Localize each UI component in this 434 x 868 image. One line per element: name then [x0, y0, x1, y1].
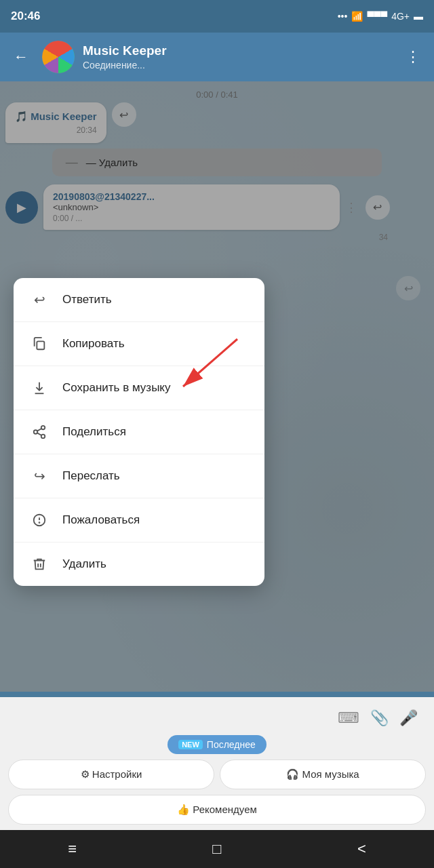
copy-icon [30, 334, 49, 353]
delete-menu-label: Удалить [62, 557, 106, 571]
bottom-bar: ⌨ 📎 🎤 NEW Последнее ⚙ Настройки 🎧 Моя му… [0, 697, 434, 830]
share-label: Поделиться [62, 425, 126, 439]
nav-bar: ≡ □ < [0, 830, 434, 868]
forward-icon: ↪ [30, 467, 49, 486]
chat-header: ← Music Keeper Соединение... ⋮ [0, 33, 434, 81]
status-time: 20:46 [11, 9, 40, 23]
forward-label: Переслать [62, 469, 120, 483]
context-menu-item-share[interactable]: Поделиться [14, 410, 264, 454]
wifi-icon: 📶 [351, 11, 363, 22]
context-menu-item-reply[interactable]: ↩ Ответить [14, 278, 264, 322]
microphone-icon[interactable]: 🎤 [399, 709, 418, 727]
report-label: Пожаловаться [62, 513, 140, 527]
copy-label: Копировать [62, 337, 125, 351]
back-button[interactable]: ← [8, 43, 34, 71]
nav-home-icon[interactable]: □ [196, 835, 237, 863]
avatar-image [42, 41, 75, 73]
header-menu-button[interactable]: ⋮ [400, 43, 426, 71]
keyboard-icon[interactable]: ⌨ [338, 709, 359, 727]
svg-point-3 [41, 435, 45, 439]
network-bars-icon: ▀▀▀ [367, 11, 387, 22]
last-badge-label: Последнее [207, 739, 256, 750]
context-menu: ↩ Ответить Копировать Сохранить в музыку [14, 278, 264, 586]
svg-line-4 [37, 433, 41, 435]
chat-status: Соединение... [83, 60, 392, 71]
my-music-button[interactable]: 🎧 Моя музыка [220, 760, 426, 789]
context-menu-item-report[interactable]: Пожаловаться [14, 498, 264, 542]
svg-point-1 [41, 426, 45, 430]
settings-button[interactable]: ⚙ Настройки [8, 760, 214, 789]
signal-dots-icon: ••• [338, 11, 348, 22]
chat-name: Music Keeper [83, 43, 392, 58]
chat-area: 0:00 / 0:41 🎵 Music Keeper 20:34 ↩ — — У… [0, 81, 434, 692]
nav-menu-icon[interactable]: ≡ [52, 835, 93, 863]
network-type: 4G+ [391, 11, 410, 22]
report-icon [30, 511, 49, 530]
svg-point-2 [34, 430, 38, 434]
attachment-icon[interactable]: 📎 [370, 709, 389, 727]
nav-back-icon[interactable]: < [341, 835, 382, 863]
battery-icon: ▬ [414, 11, 423, 22]
status-bar: 20:46 ••• 📶 ▀▀▀ 4G+ ▬ [0, 0, 434, 33]
context-menu-item-save-music[interactable]: Сохранить в музыку [14, 366, 264, 410]
header-info: Music Keeper Соединение... [83, 43, 392, 71]
reply-label: Ответить [62, 293, 112, 307]
recommend-row: 👍 Рекомендуем [8, 795, 426, 825]
svg-point-8 [39, 522, 40, 523]
new-badge: NEW [178, 740, 203, 749]
save-music-icon [30, 378, 49, 397]
recommend-button[interactable]: 👍 Рекомендуем [8, 795, 426, 825]
avatar [42, 41, 75, 73]
svg-line-5 [37, 429, 41, 431]
context-menu-item-forward[interactable]: ↪ Переслать [14, 454, 264, 498]
reply-icon: ↩ [30, 290, 49, 309]
svg-rect-0 [37, 341, 44, 349]
delete-icon [30, 555, 49, 574]
context-menu-item-delete[interactable]: Удалить [14, 542, 264, 586]
input-icons-row: ⌨ 📎 🎤 [8, 704, 426, 730]
status-icons: ••• 📶 ▀▀▀ 4G+ ▬ [338, 11, 423, 22]
share-icon [30, 422, 49, 441]
action-buttons-row: ⚙ Настройки 🎧 Моя музыка [8, 760, 426, 789]
context-menu-item-copy[interactable]: Копировать [14, 322, 264, 366]
last-badge-row: NEW Последнее [8, 735, 426, 754]
last-badge[interactable]: NEW Последнее [167, 735, 267, 754]
save-music-label: Сохранить в музыку [62, 381, 170, 395]
